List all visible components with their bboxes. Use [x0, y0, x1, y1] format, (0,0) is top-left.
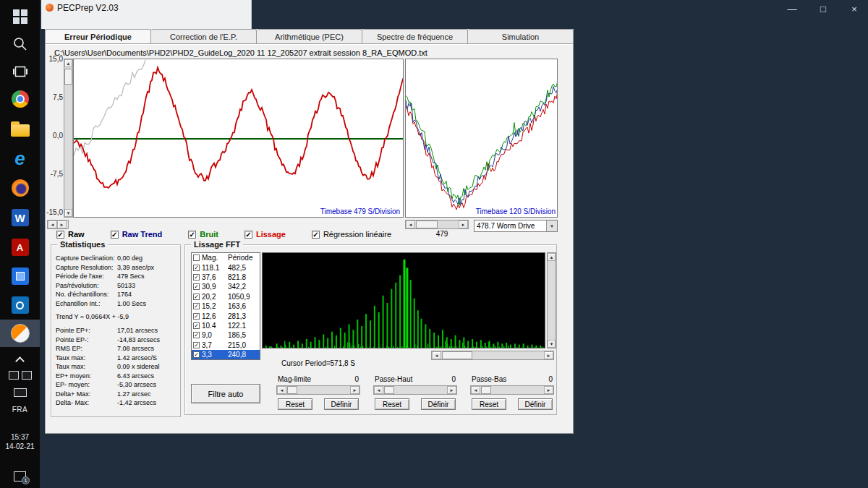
acrobat-icon[interactable]: A: [0, 234, 40, 261]
maximize-button[interactable]: □: [809, 0, 837, 17]
stat-row: Taux max:1.42 arcsec/S: [56, 354, 180, 363]
fft-list-item[interactable]: ✓ 3,3 240,8: [192, 350, 260, 359]
scroll-right-icon[interactable]: ►: [447, 386, 456, 394]
fft-list-item[interactable]: ✓ 37,6 821.8: [192, 273, 260, 282]
scroll-right-icon[interactable]: ►: [544, 351, 553, 359]
fft-list-header[interactable]: Mag. Période: [192, 253, 260, 262]
filter-reset-button[interactable]: Reset: [375, 398, 409, 410]
item-checkbox[interactable]: ✓: [193, 274, 200, 281]
filter-slider[interactable]: ◄ ►: [373, 385, 457, 395]
magnifier-app-icon[interactable]: [0, 291, 40, 319]
search-icon[interactable]: [0, 30, 40, 58]
scroll-left-icon[interactable]: ◄: [48, 221, 57, 228]
filter-slider[interactable]: ◄ ►: [276, 385, 360, 395]
scroll-right-icon[interactable]: ►: [350, 386, 359, 394]
tray-icon-2[interactable]: [22, 371, 32, 380]
scroll-left-icon[interactable]: ◄: [374, 386, 383, 394]
left-chart-scrollbar[interactable]: ◄ ►: [47, 220, 69, 229]
right-chart-scrollbar[interactable]: ◄ ►: [405, 220, 469, 229]
auto-filter-button[interactable]: Filtre auto: [191, 384, 260, 403]
filter-slider[interactable]: ◄ ►: [470, 385, 554, 395]
trace-toggle-checkbox[interactable]: ✓ Lissage: [244, 230, 286, 239]
y-tick: 0,0: [46, 132, 63, 140]
filter-label: Passe-Bas: [472, 375, 506, 384]
item-checkbox[interactable]: ✓: [193, 303, 200, 309]
filter-reset-button[interactable]: Reset: [472, 398, 506, 410]
item-checkbox[interactable]: ✓: [193, 313, 200, 320]
tray-network-icon[interactable]: [0, 385, 40, 401]
fft-list-item[interactable]: ✓ 3,7 215,0: [192, 341, 260, 350]
header-checkbox[interactable]: [193, 254, 200, 261]
stat-row: EP- moyen:-5,30 arcsecs: [56, 380, 180, 390]
y-tick: -15,0: [46, 208, 63, 216]
trace-toggle-checkbox[interactable]: ✓ Régression linéaire: [312, 230, 391, 239]
scroll-left-icon[interactable]: ◄: [406, 221, 415, 228]
photos-icon[interactable]: [0, 262, 40, 290]
item-checkbox[interactable]: ✓: [193, 322, 200, 329]
file-explorer-icon[interactable]: [0, 115, 40, 142]
notification-center-icon[interactable]: 1: [0, 463, 40, 488]
trace-toggle-checkbox[interactable]: ✓ Raw Trend: [111, 230, 163, 239]
word-icon[interactable]: W: [0, 204, 40, 231]
right-timebase-label: Timebase 120 S/Division: [449, 207, 556, 215]
fft-list-item[interactable]: ✓ 15,2 163,6: [192, 301, 260, 311]
fft-horizontal-scrollbar[interactable]: ◄ ►: [431, 351, 554, 360]
item-checkbox[interactable]: ✓: [193, 294, 200, 300]
tray-icons[interactable]: [0, 367, 40, 383]
fft-list-item[interactable]: ✓ 10.4 122.1: [192, 321, 260, 330]
scroll-left-icon[interactable]: ◄: [432, 351, 441, 359]
filter-define-button[interactable]: Définir: [324, 398, 359, 410]
fft-spectrum-chart[interactable]: [262, 252, 545, 348]
combo-dropdown-icon[interactable]: ▼: [546, 221, 557, 231]
scroll-left-icon[interactable]: ◄: [277, 386, 286, 394]
taskbar-clock[interactable]: 15:37 14-02-21: [0, 431, 40, 453]
tray-expand-chevron-icon[interactable]: [0, 351, 40, 367]
item-checkbox[interactable]: ✓: [193, 351, 200, 358]
item-checkbox[interactable]: ✓: [193, 342, 200, 348]
item-checkbox[interactable]: ✓: [193, 332, 200, 338]
scroll-down-icon[interactable]: ▼: [64, 209, 72, 217]
minimize-button[interactable]: —: [778, 0, 806, 17]
stat-row: Capture Declination:0,00 deg: [56, 254, 180, 263]
clock-date: 14-02-21: [5, 442, 34, 451]
chrome-icon[interactable]: [0, 85, 40, 113]
fft-list-item[interactable]: ✓ 30,9 342,2: [192, 282, 260, 291]
tray-icon-1[interactable]: [9, 371, 19, 380]
scroll-right-icon[interactable]: ►: [57, 221, 67, 228]
filter-define-button[interactable]: Définir: [421, 398, 456, 410]
stat-row: Delta+ Max:1.27 arcsec: [56, 390, 180, 399]
scroll-up-icon[interactable]: ▲: [548, 253, 556, 261]
scroll-up-icon[interactable]: ▲: [64, 59, 72, 67]
item-checkbox[interactable]: ✓: [193, 265, 200, 271]
scroll-right-icon[interactable]: ►: [459, 221, 468, 228]
close-button[interactable]: ×: [841, 0, 868, 17]
firefox-icon[interactable]: [0, 174, 40, 202]
filter-define-button[interactable]: Définir: [518, 398, 553, 410]
item-checkbox[interactable]: ✓: [193, 283, 200, 290]
start-button[interactable]: [0, 3, 40, 30]
taskbar-pecprep-active-app[interactable]: [0, 320, 40, 347]
language-indicator[interactable]: FRA: [0, 402, 40, 416]
tab[interactable]: Simulation: [468, 29, 574, 43]
tab[interactable]: Spectre de fréquence: [362, 29, 468, 43]
left-timebase-label: Timebase 479 S/Division: [284, 207, 400, 215]
trace-toggle-checkbox[interactable]: ✓ Bruit: [188, 230, 218, 239]
left-chart-vertical-scrollbar[interactable]: ▲ ▼: [64, 59, 73, 218]
worm-drive-combo[interactable]: 478.7 Worm Drive ▼: [474, 220, 558, 232]
task-view-icon[interactable]: [0, 58, 40, 85]
fft-list-item[interactable]: ✓ 118.1 482,5: [192, 262, 260, 272]
tab[interactable]: Arithmétique (PEC): [257, 29, 362, 43]
tab[interactable]: Correction de l'E.P.: [151, 29, 257, 43]
scroll-left-icon[interactable]: ◄: [471, 386, 480, 394]
trace-toggle-checkbox[interactable]: ✓ Raw: [56, 230, 85, 239]
filter-reset-button[interactable]: Reset: [278, 398, 312, 410]
fft-list-item[interactable]: ✓ 12,6 281,3: [192, 311, 260, 320]
checkbox-icon: ✓: [312, 231, 320, 239]
scroll-down-icon[interactable]: ▼: [548, 340, 556, 348]
scroll-right-icon[interactable]: ►: [544, 386, 553, 394]
fft-vertical-scrollbar[interactable]: ▲ ▼: [547, 252, 556, 348]
edge-icon[interactable]: e: [0, 145, 40, 172]
fft-list-item[interactable]: ✓ 9,0 186,5: [192, 330, 260, 340]
fft-list-item[interactable]: ✓ 20,2 1050,9: [192, 292, 260, 301]
tab[interactable]: Erreur Périodique: [45, 29, 151, 43]
